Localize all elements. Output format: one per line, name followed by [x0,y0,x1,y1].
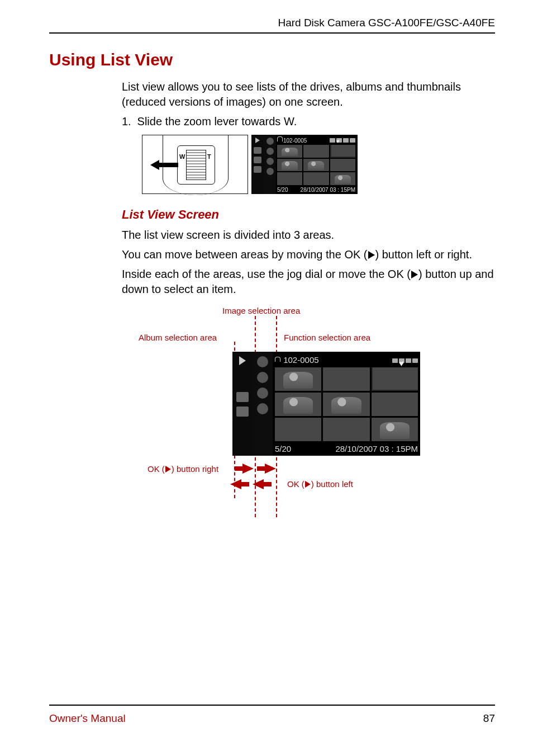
play-icon [368,251,375,259]
header-rule: Hard Disk Camera GSC-A100FE/GSC-A40FE [49,17,495,34]
datetime-large: 28/10/2007 03 : 15PM [335,444,418,453]
section-p1: The list view screen is divided into 3 a… [122,228,495,243]
zoom-w-label: W [179,153,185,160]
step-1: 1. Slide the zoom lever towards W. [122,114,495,129]
footer-owners-manual: Owner's Manual [49,712,126,725]
intro-paragraph: List view allows you to see lists of the… [122,79,495,110]
footer-page-number: 87 [483,712,495,725]
folder-label-small: 102-0005 [283,138,307,144]
figure-row: W T 102-0005 [142,135,495,194]
step-1-number: 1. [122,114,134,129]
label-album-area: Album selection area [139,333,217,342]
page: Hard Disk Camera GSC-A100FE/GSC-A40FE Us… [0,0,533,756]
p2-part-b: ) button left or right. [375,248,472,261]
page-footer: Owner's Manual 87 [49,705,495,725]
arrow-left-icon [253,479,264,489]
list-view-screenshot-large: 102-0005 5/20 28/10/2007 03 : 15PM [232,352,420,456]
folder-label-large: 102-0005 [283,355,318,365]
p3-part-a: Inside each of the areas, use the jog di… [122,268,411,280]
counter-small: 5/20 [277,187,288,193]
section-heading: List View Screen [122,207,495,222]
list-view-screenshot-small: 102-0005 5/20 28/10/2007 03 : 15PM [251,135,358,194]
datetime-small: 28/10/2007 03 : 15PM [301,187,355,193]
label-ok-right: OK () button right [147,464,218,474]
section-p3: Inside each of the areas, use the jog di… [122,267,495,297]
step-1-text: Slide the zoom lever towards W. [137,115,297,127]
label-ok-left: OK () button left [287,479,353,489]
zoom-lever-illustration: W T [142,135,248,194]
section-p2: You can move between areas by moving the… [122,247,495,262]
label-image-area: Image selection area [222,306,300,315]
zoom-t-label: T [207,153,211,160]
counter-large: 5/20 [275,444,291,453]
arrow-left-icon [230,479,241,489]
areas-diagram: Image selection area Album selection are… [139,306,451,530]
arrow-left-icon [150,160,178,170]
play-icon [305,481,311,488]
p2-part-a: You can move between areas by moving the… [122,248,368,261]
play-icon [165,466,171,472]
page-title: Using List View [49,50,495,69]
arrow-right-icon [242,464,254,474]
arrow-right-icon [265,464,276,474]
play-icon [411,271,418,278]
header-product: Hard Disk Camera GSC-A100FE/GSC-A40FE [49,17,495,29]
label-function-area: Function selection area [284,333,370,342]
content-block: List view allows you to see lists of the… [49,79,495,530]
